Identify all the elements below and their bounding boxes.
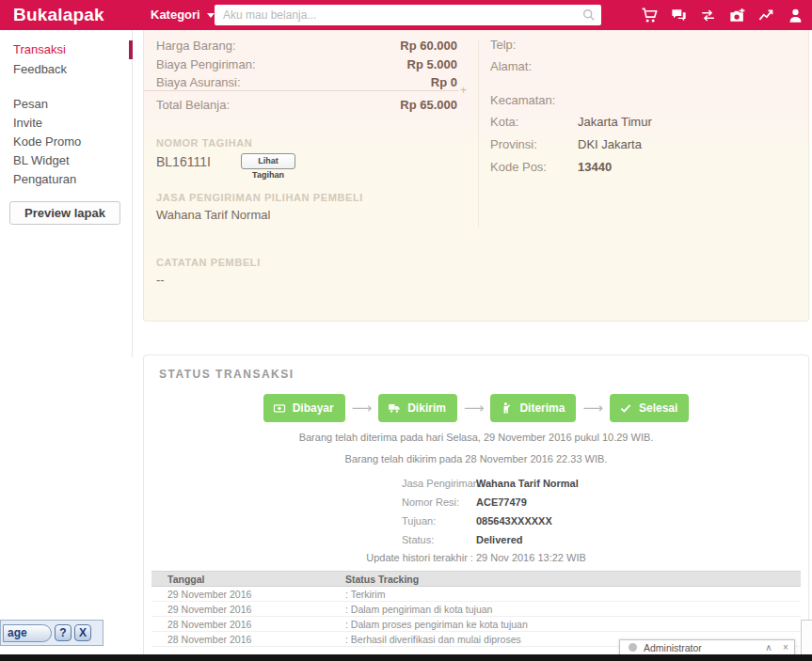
step-label: Dikirim (407, 401, 446, 415)
sidebar-divider (132, 30, 133, 357)
search-icon[interactable] (581, 8, 597, 23)
kota-label: Kota: (490, 115, 518, 129)
side-panel-edge (801, 620, 812, 655)
tujuan-label: Tujuan: (402, 515, 436, 527)
presence-dot-icon (629, 643, 637, 652)
biaya-asuransi-label: Biaya Asuransi: (156, 75, 241, 89)
sidebar-item-feedback[interactable]: Feedback (13, 62, 67, 76)
user-icon[interactable] (787, 7, 804, 24)
row-status: : Dalam proses pengiriman ke kota tujuan (345, 619, 801, 630)
step-dikirim[interactable]: Dikirim (378, 394, 457, 422)
search-bar (215, 5, 601, 25)
received-message: Barang telah diterima pada hari Selasa, … (144, 432, 808, 443)
chat-minimize-icon[interactable]: ∧ (760, 642, 777, 653)
chevron-down-icon (207, 13, 215, 18)
row-date: 28 November 2016 (151, 634, 345, 645)
translate-language-button[interactable]: age (3, 624, 52, 642)
preview-lapak-button[interactable]: Preview lapak (9, 201, 120, 225)
chat-icon[interactable] (670, 7, 688, 24)
sidebar-item-kode-promo[interactable]: Kode Promo (13, 134, 81, 149)
status-transaksi-title: STATUS TRANSAKSI (159, 368, 295, 381)
shipped-message: Barang telah dikirim pada 28 November 20… (144, 453, 808, 464)
jasa-pengiriman-detail-label: Jasa Pengiriman: (402, 478, 482, 489)
catatan-pembeli-value: -- (156, 273, 165, 287)
status-steps: Dibayar ⟶ Dikirim ⟶ Diterima ⟶ Selesai (144, 394, 808, 422)
status-tracking-header: Status Tracking (345, 574, 801, 585)
sidebar-item-bl-widget[interactable]: BL Widget (13, 153, 70, 167)
cart-icon[interactable] (641, 7, 659, 24)
person-icon (500, 401, 513, 415)
chat-close-icon[interactable]: × (777, 642, 794, 653)
table-row: 29 November 2016 : Dalam pengiriman di k… (151, 602, 801, 617)
bukalapak-logo[interactable]: Bukalapak (13, 0, 104, 30)
nomor-tagihan-label: NOMOR TAGIHAN (156, 137, 252, 149)
harga-barang-value: Rp 60.000 (332, 39, 457, 53)
harga-barang-label: Harga Barang: (156, 39, 236, 53)
kategori-dropdown[interactable]: Kategori (151, 0, 215, 30)
biaya-pengiriman-label: Biaya Pengiriman: (156, 57, 256, 71)
biaya-pengiriman-value: Rp 5.000 (332, 57, 457, 71)
status-label: Status: (402, 534, 434, 545)
step-selesai[interactable]: Selesai (610, 394, 689, 422)
admin-chat-widget[interactable]: Administrator ∧ × (619, 639, 795, 655)
transaction-summary-card: Harga Barang: Rp 60.000 Biaya Pengiriman… (143, 30, 809, 322)
column-divider (478, 39, 479, 228)
step-label: Dibayar (293, 401, 334, 415)
plus-sign: + (460, 84, 467, 97)
translate-help-button[interactable]: ? (55, 624, 72, 641)
step-label: Selesai (639, 401, 677, 415)
telp-label: Telp: (490, 38, 516, 52)
header-icons (641, 0, 804, 30)
step-arrow: ⟶ (464, 400, 485, 417)
summary-divider (144, 90, 458, 91)
catatan-pembeli-label: CATATAN PEMBELI (156, 257, 261, 268)
biaya-asuransi-value: Rp 0 (332, 75, 457, 89)
status-transaksi-card: STATUS TRANSAKSI Dibayar ⟶ Dikirim ⟶ Dit… (143, 354, 809, 661)
translate-close-button[interactable]: X (74, 624, 91, 641)
invoice-number: BL16111I (156, 154, 211, 169)
tanggal-header: Tanggal (151, 574, 345, 585)
sidebar-item-pengaturan[interactable]: Pengaturan (13, 172, 76, 186)
camera-plus-icon[interactable] (728, 7, 746, 24)
provinsi-label: Provinsi: (490, 137, 537, 151)
tracking-table: Tanggal Status Tracking 29 November 2016… (151, 571, 801, 647)
sidebar-item-pesan[interactable]: Pesan (13, 97, 48, 111)
tujuan-value: 085643XXXXXX (476, 515, 552, 527)
row-date: 28 November 2016 (151, 619, 345, 630)
kecamatan-label: Kecamatan: (490, 93, 555, 107)
row-date: 29 November 2016 (151, 604, 345, 615)
lihat-tagihan-button[interactable]: Lihat Tagihan (241, 153, 295, 169)
truck-icon (388, 401, 401, 415)
chat-title: Administrator (644, 642, 760, 653)
status-value: Delivered (476, 534, 523, 545)
table-row: 28 November 2016 : Dalam proses pengirim… (151, 617, 801, 632)
step-diterima[interactable]: Diterima (490, 394, 576, 422)
last-update-text: Update histori terakhir : 29 Nov 2016 13… (144, 552, 808, 563)
step-dibayar[interactable]: Dibayar (263, 394, 345, 422)
kategori-label: Kategori (151, 0, 200, 30)
top-navbar: Bukalapak Kategori (0, 0, 812, 30)
jasa-pengiriman-value: Wahana Tarif Normal (156, 208, 270, 222)
step-label: Diterima (519, 401, 565, 415)
table-row: 29 November 2016 : Terkirim (151, 587, 801, 602)
row-status: : Dalam pengiriman di kota tujuan (345, 604, 801, 615)
nomor-resi-value: ACE77479 (476, 496, 527, 508)
total-belanja-value: Rp 65.000 (332, 98, 457, 112)
swap-arrows-icon[interactable] (699, 7, 717, 24)
total-belanja-label: Total Belanja: (156, 98, 230, 112)
tracking-table-header: Tanggal Status Tracking (151, 571, 801, 587)
provinsi-value: DKI Jakarta (578, 137, 642, 151)
jasa-pengiriman-section-label: JASA PENGIRIMAN PILIHAN PEMBELI (156, 192, 363, 203)
trending-icon[interactable] (757, 7, 775, 24)
nomor-resi-label: Nomor Resi: (402, 496, 459, 508)
alamat-label: Alamat: (490, 59, 532, 73)
sidebar-item-invite[interactable]: Invite (13, 116, 42, 130)
translate-widget: age ? X (0, 620, 103, 646)
kode-pos-label: Kode Pos: (490, 160, 547, 174)
money-icon (273, 401, 286, 415)
sidebar-item-transaksi[interactable]: Transaksi (13, 42, 66, 56)
search-input[interactable] (215, 5, 601, 25)
bottom-black-bar (0, 654, 812, 661)
kode-pos-value: 13440 (578, 160, 612, 174)
jasa-pengiriman-detail-value: Wahana Tarif Normal (476, 478, 579, 489)
